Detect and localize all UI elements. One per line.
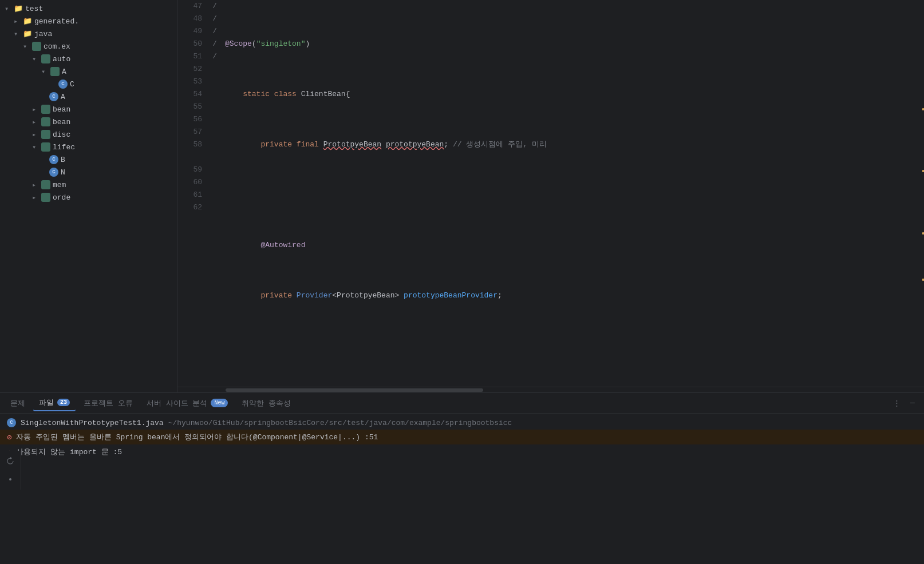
package-icon	[32, 42, 41, 51]
chevron-down-icon	[5, 5, 13, 13]
sidebar-item-class-B[interactable]: C B	[0, 153, 177, 166]
folder-icon	[23, 29, 32, 38]
panel-more-button[interactable]: ⋮	[890, 396, 903, 410]
sidebar-item-label: A	[61, 93, 65, 101]
scrollbar-thumb	[226, 388, 483, 392]
tab-file[interactable]: 파일 23	[33, 395, 76, 411]
sidebar-item-java[interactable]: java	[0, 27, 177, 40]
sidebar-item-mem[interactable]: mem	[0, 178, 177, 191]
line-numbers: 47 48 49 50 51 52 53 54 55 56 57 58 · 59…	[177, 0, 209, 387]
package-icon	[41, 54, 50, 63]
tab-project-error-label: 프로젝트 오류	[84, 398, 133, 408]
code-line-47: @Scope("singleton")	[225, 38, 917, 50]
sidebar-item-disc[interactable]: disc	[0, 128, 177, 141]
sidebar-item-label: bean	[53, 105, 70, 114]
horizontal-scrollbar[interactable]	[177, 387, 924, 392]
class-file-icon: C	[7, 418, 16, 427]
error-message: 자동 주입된 멤버는 올바른 Spring bean에서 정의되어야 합니다(@…	[16, 432, 378, 442]
code-line-53	[225, 340, 917, 352]
code-line-51: @Autowired	[225, 239, 917, 252]
sidebar-item-label: mem	[53, 181, 66, 189]
class-icon: C	[49, 168, 58, 177]
sidebar-item-label: lifec	[53, 143, 75, 152]
code-line-50	[225, 189, 917, 201]
warning-list-item[interactable]: ⚠ 사용되지 않는 import 문 :5	[0, 444, 924, 459]
editor-scrollbar[interactable]	[917, 0, 924, 387]
code-line-48: static class ClientBean{	[225, 88, 917, 101]
panel-actions: ⋮ —	[890, 396, 919, 410]
tab-file-label: 파일	[39, 398, 54, 408]
package-icon	[41, 130, 50, 139]
chevron-down-icon	[41, 67, 49, 76]
package-icon	[41, 193, 50, 202]
sidebar-item-orde[interactable]: orde	[0, 191, 177, 204]
sidebar-item-label: auto	[53, 55, 70, 63]
chevron-right-icon	[32, 181, 40, 189]
tab-project-error[interactable]: 프로젝트 오류	[78, 396, 139, 411]
sidebar-item-label: A	[62, 67, 66, 76]
sidebar-item-label: com.ex	[44, 42, 70, 51]
sidebar-item-bean1[interactable]: bean	[0, 103, 177, 116]
sidebar-item-lifec[interactable]: lifec	[0, 141, 177, 153]
sidebar-item-label: C	[70, 80, 74, 89]
error-icon: ⊘	[7, 432, 11, 442]
sidebar-item-auto[interactable]: auto	[0, 53, 177, 65]
sidebar-item-label: disc	[53, 130, 70, 139]
settings-tool-icon[interactable]	[2, 471, 18, 487]
sidebar-item-label: java	[34, 30, 52, 38]
tab-file-badge: 23	[57, 399, 70, 406]
folder-icon	[14, 4, 23, 13]
class-icon: C	[49, 155, 58, 164]
folder-icon	[23, 17, 32, 26]
tab-server-analysis-label: 서버 사이드 분석	[147, 398, 208, 408]
sidebar-item-class-c[interactable]: C C	[0, 78, 177, 90]
sidebar-item-label: bean	[53, 118, 70, 126]
chevron-right-icon	[14, 17, 22, 25]
sidebar-item-label: B	[61, 156, 65, 164]
panel-tab-bar: 문제 파일 23 프로젝트 오류 서버 사이드 분석 New 취약한 종속성 ⋮…	[0, 393, 924, 414]
file-list-item[interactable]: C SingletonWithPrototypeTest1.java ~/hyu…	[0, 416, 924, 430]
package-icon	[41, 142, 50, 152]
chevron-right-icon	[32, 105, 40, 113]
package-icon	[41, 105, 50, 114]
chevron-right-icon	[32, 118, 40, 126]
sidebar-item-class-A[interactable]: C A	[0, 90, 177, 103]
panel-minimize-button[interactable]: —	[906, 396, 919, 410]
code-line-49: private final PrototpyeBean prototpyeBea…	[225, 138, 917, 151]
chevron-right-icon	[32, 193, 40, 201]
chevron-down-icon	[32, 55, 40, 63]
chevron-down-icon	[14, 30, 22, 38]
chevron-down-icon	[32, 143, 40, 151]
tab-problem-label: 문제	[10, 398, 25, 408]
class-icon: C	[49, 92, 58, 101]
package-icon	[41, 180, 50, 189]
code-editor: 47 48 49 50 51 52 53 54 55 56 57 58 · 59…	[177, 0, 924, 392]
sidebar-item-test[interactable]: test	[0, 2, 177, 15]
tab-server-analysis[interactable]: 서버 사이드 분석 New	[141, 396, 234, 411]
sidebar-item-A-pkg[interactable]: A	[0, 65, 177, 78]
chevron-right-icon	[32, 130, 40, 138]
code-lines: @Scope("singleton") static class ClientB…	[220, 0, 917, 387]
refresh-tool-icon[interactable]	[2, 453, 18, 469]
sidebar-item-comex[interactable]: com.ex	[0, 40, 177, 53]
code-line-52: private Provider<PrototpyeBean> prototyp…	[225, 289, 917, 302]
tab-problem[interactable]: 문제	[5, 396, 31, 411]
package-icon	[50, 67, 60, 76]
package-icon	[41, 117, 50, 126]
tab-dependency[interactable]: 취약한 종속성	[236, 396, 297, 411]
bottom-panel: 문제 파일 23 프로젝트 오류 서버 사이드 분석 New 취약한 종속성 ⋮…	[0, 392, 924, 564]
tab-server-analysis-badge: New	[211, 399, 228, 407]
warning-message: 사용되지 않는 import 문 :5	[16, 447, 122, 457]
error-list-item[interactable]: ⊘ 자동 주입된 멤버는 올바른 Spring bean에서 정의되어야 합니다…	[0, 430, 924, 444]
file-path: ~/hyunwoo/GitHub/springbootBsicCore/src/…	[168, 419, 512, 427]
chevron-down-icon	[23, 42, 31, 50]
svg-point-0	[9, 478, 11, 480]
sidebar-item-generated[interactable]: generated.	[0, 15, 177, 27]
sidebar-item-bean2[interactable]: bean	[0, 116, 177, 128]
sidebar-item-label: generated.	[34, 17, 79, 26]
file-name: SingletonWithPrototypeTest1.java	[21, 419, 164, 427]
sidebar-item-class-N[interactable]: C N	[0, 166, 177, 178]
sidebar-item-label: N	[61, 168, 65, 177]
side-tools	[0, 451, 21, 490]
file-tree: test generated. java com.ex auto	[0, 0, 177, 392]
